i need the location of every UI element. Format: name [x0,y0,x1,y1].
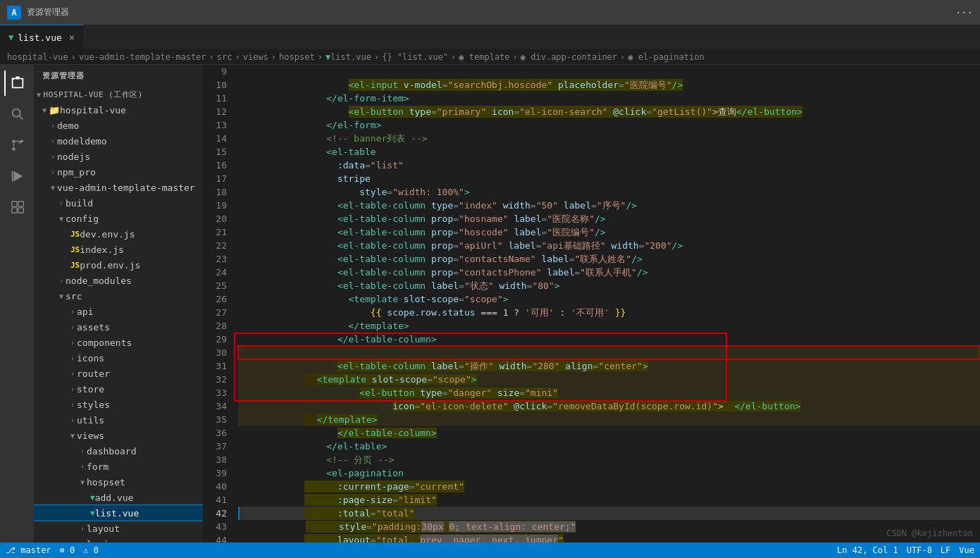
sidebar-item-add-vue[interactable]: ▼ add.vue [34,490,203,505]
sidebar-item-demo[interactable]: › demo [34,118,203,133]
sidebar-item-build[interactable]: › build [34,195,203,211]
svg-marker-6 [14,171,23,182]
app-icon: A [7,6,21,20]
sidebar: 资源管理器 ▼ HOSPITAL-VUE (工作区) ▼ 📁 hospital-… [34,65,203,542]
main-layout: 资源管理器 ▼ HOSPITAL-VUE (工作区) ▼ 📁 hospital-… [0,65,980,542]
git-branch[interactable]: ⎇ master [6,545,51,555]
code-line-9: <el-input v-model="searchObj.hoscode" pl… [238,65,980,78]
sidebar-item-modeldemo[interactable]: › modeldemo [34,133,203,149]
cursor-position[interactable]: Ln 42, Col 1 [837,545,898,555]
vue-file-icon: ▼ [8,32,13,42]
tab-close-button[interactable]: × [69,32,75,43]
activity-bar [0,65,34,542]
sidebar-item-icons[interactable]: › icons [34,350,203,366]
error-count[interactable]: ⊗ 0 [60,545,75,555]
svg-rect-9 [18,202,23,206]
svg-point-3 [12,140,15,143]
line-numbers: 9 10 11 12 13 14 15 16 17 18 19 20 21 22… [203,65,232,542]
svg-point-1 [13,109,20,117]
sidebar-item-styles[interactable]: › styles [34,397,203,412]
extensions-icon[interactable] [4,194,30,220]
tabs-bar: ▼ list.vue × [0,25,980,49]
sidebar-item-layout[interactable]: › layout [34,521,203,536]
tab-label: list.vue [18,32,62,43]
sidebar-item-store[interactable]: › store [34,381,203,397]
sidebar-item-npm-pro[interactable]: › npm_pro [34,164,203,180]
sidebar-item-views[interactable]: ▼ views [34,428,203,443]
editor-area: 9 10 11 12 13 14 15 16 17 18 19 20 21 22… [203,65,980,542]
code-lines: <el-input v-model="searchObj.hoscode" pl… [232,65,980,542]
language-mode[interactable]: Vue [959,545,974,555]
title-bar-title: 资源管理器 [27,6,69,18]
svg-rect-0 [12,78,15,80]
sidebar-item-router[interactable]: › router [34,366,203,381]
svg-point-5 [20,140,23,143]
sidebar-item-utils[interactable]: › utils [34,412,203,428]
sidebar-item-assets[interactable]: › assets [34,319,203,335]
editor-content[interactable]: 9 10 11 12 13 14 15 16 17 18 19 20 21 22… [203,65,980,542]
sidebar-item-index-js[interactable]: JS index.js [34,242,203,257]
status-bar: ⎇ master ⊗ 0 ⚠ 0 Ln 42, Col 1 UTF-8 LF V… [0,542,980,558]
encoding[interactable]: UTF-8 [907,545,932,555]
sidebar-item-node-modules[interactable]: › node_modules [34,273,203,288]
sidebar-item-config[interactable]: ▼ config [34,211,203,226]
search-icon[interactable] [4,101,30,127]
sidebar-item-dev-env[interactable]: JS dev.env.js [34,226,203,242]
line-ending[interactable]: LF [941,545,950,555]
sidebar-item-login[interactable]: › login [34,536,203,542]
tab-list-vue[interactable]: ▼ list.vue × [0,25,84,49]
sidebar-item-hospset[interactable]: ▼ hospset [34,474,203,490]
title-bar-menu[interactable]: ··· [955,7,973,18]
status-left: ⎇ master ⊗ 0 ⚠ 0 [6,545,99,555]
sidebar-item-api[interactable]: › api [34,304,203,319]
sidebar-item-src[interactable]: ▼ src [34,288,203,304]
sidebar-item-prod-env[interactable]: JS prod.env.js [34,257,203,273]
sidebar-header: 资源管理器 [34,65,203,87]
workspace-root[interactable]: ▼ HOSPITAL-VUE (工作区) [34,87,203,102]
sidebar-item-hospital-vue[interactable]: ▼ 📁 hospital-vue [34,102,203,118]
status-right: Ln 42, Col 1 UTF-8 LF Vue [837,545,974,555]
source-control-icon[interactable] [4,132,30,158]
sidebar-item-dashboard[interactable]: › dashboard [34,443,203,459]
title-bar: A 资源管理器 ··· [0,0,980,25]
explorer-icon[interactable] [4,70,30,96]
sidebar-item-nodejs[interactable]: › nodejs [34,149,203,164]
run-icon[interactable] [4,163,30,189]
file-tree[interactable]: ▼ HOSPITAL-VUE (工作区) ▼ 📁 hospital-vue › … [34,87,203,542]
svg-rect-8 [12,202,17,206]
sidebar-item-form[interactable]: › form [34,459,203,474]
code-editor[interactable]: <el-input v-model="searchObj.hoscode" pl… [232,65,980,542]
svg-rect-11 [18,208,23,213]
svg-line-2 [19,116,23,119]
sidebar-item-components[interactable]: › components [34,335,203,350]
sidebar-item-list-vue[interactable]: ▼ list.vue [34,505,203,521]
svg-point-4 [12,147,15,151]
sidebar-item-vue-admin[interactable]: ▼ vue-admin-template-master [34,180,203,195]
warning-count[interactable]: ⚠ 0 [83,545,99,555]
breadcrumb: hospital-vue › vue-admin-template-master… [0,49,980,65]
svg-rect-10 [12,208,17,213]
code-line-30: <el-table-column label="操作" width="280" … [238,346,980,359]
